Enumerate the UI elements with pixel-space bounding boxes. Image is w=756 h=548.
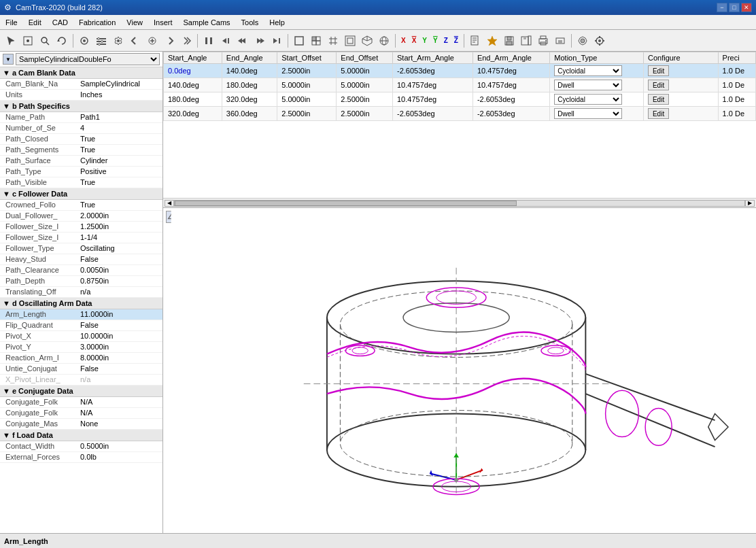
toolbar-arrow-right2[interactable] xyxy=(178,33,194,49)
prop-units: Units Inches xyxy=(0,90,162,101)
toolbar-grid[interactable] xyxy=(325,33,341,49)
maximize-button[interactable]: □ xyxy=(729,3,740,12)
toolbar-step-fwd[interactable] xyxy=(252,33,268,49)
h-scrollbar[interactable]: ◀ ▶ xyxy=(163,198,756,207)
toolbar-box3[interactable] xyxy=(342,33,358,49)
col-motion-type: Motion_Type xyxy=(550,52,644,64)
menu-insert[interactable]: Insert xyxy=(148,17,178,28)
svg-line-3 xyxy=(46,42,49,45)
toolbar-doc[interactable] xyxy=(467,33,483,49)
prop-path-visible: Path_Visible True xyxy=(0,177,162,188)
menu-view[interactable]: View xyxy=(121,17,148,28)
table-scroll[interactable]: Start_Angle End_Angle Start_Offset End_O… xyxy=(163,52,756,198)
prop-pivot-x: Pivot_X 10.0000in xyxy=(0,331,162,342)
motion-type-select[interactable]: Dwell xyxy=(554,108,622,119)
toolbar-xyz-z[interactable]: Z xyxy=(441,33,451,49)
table-row[interactable]: 0.0deg140.0deg2.5000in5.0000in-2.6053deg… xyxy=(164,64,756,78)
close-button[interactable]: ✕ xyxy=(741,3,752,12)
scroll-right-btn[interactable]: ▶ xyxy=(745,200,755,207)
section-cam-blank[interactable]: ▼ a Cam Blank Data xyxy=(0,67,162,79)
edit-button[interactable]: Edit xyxy=(648,65,669,76)
edit-button[interactable]: Edit xyxy=(648,108,669,119)
toolbar-rotate[interactable] xyxy=(54,33,70,49)
col-start-offset: Start_Offset xyxy=(277,52,337,64)
toolbar-settings2[interactable] xyxy=(591,33,608,49)
prop-untie: Untie_Conjugat False xyxy=(0,364,162,375)
toolbar-cam2[interactable] xyxy=(574,33,591,49)
cam-list-icon: ▼ xyxy=(3,54,14,65)
scroll-left-btn[interactable]: ◀ xyxy=(165,200,174,207)
minimize-button[interactable]: − xyxy=(717,3,727,12)
toolbar-cursor[interactable] xyxy=(20,33,36,49)
toolbar-settings[interactable] xyxy=(93,33,109,49)
toolbar-step-back[interactable] xyxy=(235,33,251,49)
menu-sample-cams[interactable]: Sample Cams xyxy=(178,17,236,28)
cam-selector[interactable]: SampleCylindricalDoubleFo xyxy=(16,53,160,65)
data-table-area: Start_Angle End_Angle Start_Offset End_O… xyxy=(163,52,756,208)
table-row[interactable]: 320.0deg360.0deg2.5000in2.5000in-2.6053d… xyxy=(164,107,756,121)
col-preci: Preci xyxy=(718,52,755,64)
edit-button[interactable]: Edit xyxy=(648,94,669,105)
left-panel: ▼ SampleCylindricalDoubleFo ▼ a Cam Blan… xyxy=(0,52,163,533)
section-oscillating-arrow: ▼ xyxy=(3,299,10,307)
section-oscillating[interactable]: ▼ d Oscillating Arm Data xyxy=(0,298,162,309)
toolbar-plus[interactable] xyxy=(144,33,160,49)
prop-follower-type: Follower_Type Oscillating xyxy=(0,243,162,254)
toolbar-skip-back[interactable] xyxy=(218,33,234,49)
toolbar-xyz-ybar[interactable]: Y xyxy=(430,33,441,49)
prop-follower-size2: Follower_Size_I 1-1/4 xyxy=(0,233,162,243)
menu-help[interactable]: Help xyxy=(264,17,290,28)
section-load-arrow: ▼ xyxy=(3,431,10,439)
toolbar-xyz-x[interactable]: X xyxy=(398,33,409,49)
toolbar-xyz-zbar[interactable]: Z xyxy=(451,33,461,49)
menu-tools[interactable]: Tools xyxy=(236,17,264,28)
section-follower[interactable]: ▼ c Follower Data xyxy=(0,188,162,200)
motion-type-select[interactable]: Cycloidal xyxy=(554,65,622,76)
table-row[interactable]: 180.0deg320.0deg5.0000in2.5000in10.4757d… xyxy=(164,92,756,107)
svg-line-40 xyxy=(367,39,372,41)
toolbar-cube[interactable] xyxy=(359,33,375,49)
toolbar-save2[interactable] xyxy=(518,33,534,49)
toolbar-zoom[interactable] xyxy=(37,33,53,49)
toolbar-printer2[interactable] xyxy=(552,33,568,49)
motion-type-select[interactable]: Dwell xyxy=(554,80,622,90)
app-icon: ⚙ xyxy=(4,3,12,12)
toolbar-cam[interactable] xyxy=(76,33,92,49)
toolbar-sphere[interactable] xyxy=(376,33,392,49)
toolbar-play-fwd[interactable] xyxy=(269,33,285,49)
toolbar-star[interactable] xyxy=(484,33,500,49)
toolbar-arrow-left[interactable] xyxy=(127,33,143,49)
cam-3d-render xyxy=(163,208,756,533)
edit-button[interactable]: Edit xyxy=(648,80,669,90)
section-load[interactable]: ▼ f Load Data xyxy=(0,430,162,441)
section-load-label: f Load Data xyxy=(12,431,53,439)
prop-contact-width: Contact_Width 0.5000in xyxy=(0,441,162,452)
toolbar-xyz-xbar[interactable]: X xyxy=(409,33,419,49)
toolbar-select[interactable] xyxy=(3,33,19,49)
scroll-track[interactable] xyxy=(174,200,745,207)
prop-reaction-arm: Reaction_Arm_I 8.0000in xyxy=(0,353,162,364)
prop-flip-quadrant: Flip_Quadrant False xyxy=(0,320,162,331)
toolbar-pause[interactable] xyxy=(201,33,217,49)
prop-path-surface: Path_Surface Cylinder xyxy=(0,156,162,167)
menu-cad[interactable]: CAD xyxy=(47,17,73,28)
section-path[interactable]: ▼ b Path Specifics xyxy=(0,101,162,112)
toolbar-save[interactable] xyxy=(501,33,517,49)
scroll-thumb[interactable] xyxy=(175,201,517,206)
toolbar-arrow-right[interactable] xyxy=(161,33,177,49)
prop-cam-blank-name: Cam_Blank_Na SampleCylindrical xyxy=(0,79,162,90)
section-conjugate[interactable]: ▼ e Conjugate Data xyxy=(0,386,162,397)
menu-file[interactable]: File xyxy=(0,17,23,28)
section-follower-label: c Follower Data xyxy=(12,190,67,198)
toolbar-box2[interactable] xyxy=(308,33,324,49)
motion-type-select[interactable]: Cycloidal xyxy=(554,94,622,105)
toolbar-box1[interactable] xyxy=(291,33,307,49)
section-path-label: b Path Specifics xyxy=(12,102,70,110)
prop-conj-folk1: Conjugate_Folk N/A xyxy=(0,397,162,408)
menu-fabrication[interactable]: Fabrication xyxy=(73,17,121,28)
menu-edit[interactable]: Edit xyxy=(23,17,47,28)
table-row[interactable]: 140.0deg180.0deg5.0000in5.0000in10.4757d… xyxy=(164,78,756,92)
toolbar-xyz-y[interactable]: Y xyxy=(419,33,430,49)
toolbar-gear[interactable] xyxy=(110,33,126,49)
toolbar-print[interactable] xyxy=(535,33,551,49)
